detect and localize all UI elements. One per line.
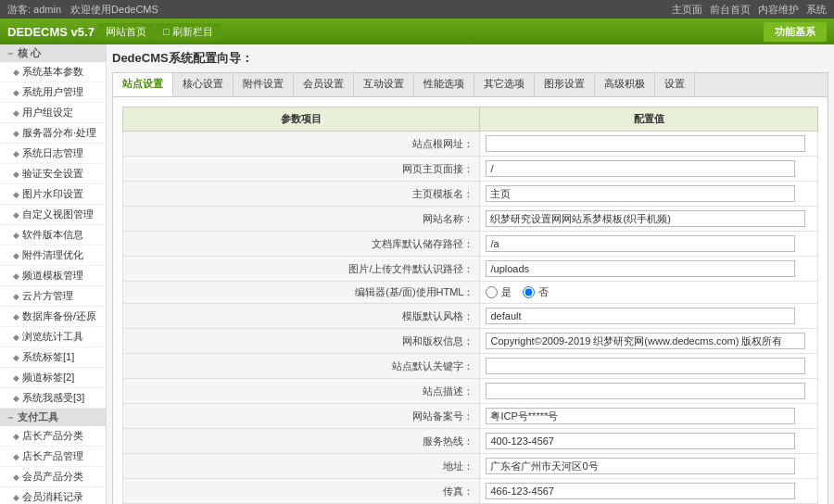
form-container: 参数项目 配置值 站点根网址： 网页主页面接： 主页模板名： <box>112 96 828 504</box>
sidebar-item-basic[interactable]: ◆系统基本参数 <box>0 62 106 82</box>
tab-performance-settings[interactable]: 性能选项 <box>414 73 474 96</box>
sidebar-item-product-cat[interactable]: ◆店长产品分类 <box>0 426 106 447</box>
input-keywords[interactable] <box>486 358 804 374</box>
tab-other-settings[interactable]: 其它选项 <box>474 73 535 96</box>
label-copyright: 网和版权信息： <box>123 329 480 354</box>
sidebar-item-attachment[interactable]: ◆附件清理优化 <box>0 246 106 266</box>
nav-refresh[interactable]: □ 刷新栏目 <box>156 23 221 41</box>
tab-member-settings[interactable]: 会员设置 <box>294 73 354 96</box>
sidebar-item-watermark[interactable]: ◆图片水印设置 <box>0 184 106 205</box>
sidebar-item-tag2[interactable]: ◆频道标签[2] <box>0 368 106 388</box>
nav-home[interactable]: 网站首页 <box>98 23 154 41</box>
sidebar-item-template[interactable]: ◆频道模板管理 <box>0 266 106 286</box>
value-fax <box>480 479 818 504</box>
tab-site-settings[interactable]: 站点设置 <box>113 73 173 96</box>
arrow-icon20: ◆ <box>13 472 19 482</box>
radio-no-label[interactable]: 否 <box>523 285 549 299</box>
input-homepage-tpl[interactable] <box>486 185 795 202</box>
tab-interact-settings[interactable]: 互动设置 <box>354 73 414 96</box>
sidebar-section-payment[interactable]: － 支付工具 <box>0 409 106 426</box>
sidebar-section-core[interactable]: － 核 心 <box>0 44 106 62</box>
header-logo: DEDECMS v5.7 <box>7 25 95 39</box>
table-row: 网站名称： <box>123 207 818 232</box>
value-copyright <box>480 329 818 354</box>
arrow-icon4: ◆ <box>13 129 19 138</box>
collapse-icon: － <box>6 47 15 60</box>
tab-core-settings[interactable]: 核心设置 <box>173 73 234 96</box>
radio-yes[interactable] <box>486 286 498 298</box>
value-tpl-style <box>480 304 818 329</box>
table-row: 网页主页面接： <box>123 157 818 182</box>
table-row: 编辑器(基/面)使用HTML： 是 否 <box>123 282 818 304</box>
sidebar: － 核 心 ◆系统基本参数 ◆系统用户管理 ◆用户组设定 ◆服务器分布·处理 ◆… <box>0 44 107 504</box>
sidebar-core-label: 核 <box>18 46 28 60</box>
tab-image-settings[interactable]: 图形设置 <box>535 73 595 96</box>
top-link-system[interactable]: 系统 <box>806 3 827 17</box>
arrow-icon19: ◆ <box>13 452 19 461</box>
value-homepage-url <box>480 157 818 182</box>
input-fax[interactable] <box>486 483 795 499</box>
input-doc-path[interactable] <box>486 235 795 252</box>
value-keywords <box>480 354 818 379</box>
tab-attachment-settings[interactable]: 附件设置 <box>234 73 294 96</box>
sidebar-item-member-consume[interactable]: ◆会员消耗记录 <box>0 487 106 504</box>
label-site-name: 网站名称： <box>123 207 480 232</box>
input-upload-path[interactable] <box>486 260 795 277</box>
input-description[interactable] <box>486 383 804 399</box>
sidebar-item-users[interactable]: ◆系统用户管理 <box>0 82 106 103</box>
input-tpl-style[interactable] <box>486 308 795 324</box>
sidebar-item-custom[interactable]: ◆自定义视图管理 <box>0 205 106 225</box>
label-homepage-url: 网页主页面接： <box>123 157 480 182</box>
tab-settings[interactable]: 设置 <box>655 73 695 96</box>
sidebar-item-product-mgr[interactable]: ◆店长产品管理 <box>0 447 106 467</box>
top-link-content[interactable]: 内容维护 <box>758 3 799 17</box>
sidebar-item-service[interactable]: ◆服务器分布·处理 <box>0 123 106 144</box>
table-row: 文档库默认储存路径： <box>123 232 818 257</box>
sidebar-item-log[interactable]: ◆系统日志管理 <box>0 144 106 164</box>
value-doc-path <box>480 232 818 257</box>
label-hotline: 服务热线： <box>123 429 480 454</box>
sidebar-payment-label: 支付工具 <box>18 410 58 424</box>
arrow-icon2: ◆ <box>13 88 19 97</box>
top-bar: 游客: admin 欢迎使用DedeCMS 主页面 前台首页 内容维护 系统 <box>0 0 834 19</box>
arrow-icon15: ◆ <box>13 353 19 362</box>
label-homepage-tpl: 主页模板名： <box>123 182 480 207</box>
arrow-icon3: ◆ <box>13 108 19 118</box>
top-bar-right: 主页面 前台首页 内容维护 系统 <box>672 3 827 17</box>
sidebar-item-cloud[interactable]: ◆云片方管理 <box>0 286 106 307</box>
arrow-icon21: ◆ <box>13 493 19 502</box>
input-site-url[interactable] <box>486 135 804 152</box>
sidebar-item-tag3[interactable]: ◆系统我感受[3] <box>0 388 106 409</box>
col-header-value: 配置值 <box>480 107 818 132</box>
col-header-param: 参数项目 <box>123 107 480 132</box>
input-address[interactable] <box>486 458 795 474</box>
input-hotline[interactable] <box>486 433 795 449</box>
sidebar-item-tag1[interactable]: ◆系统标签[1] <box>0 347 106 368</box>
input-homepage-url[interactable] <box>486 160 795 177</box>
value-icp <box>480 404 818 429</box>
table-row: 站点描述： <box>123 379 818 404</box>
radio-yes-label[interactable]: 是 <box>486 285 512 299</box>
top-link-home[interactable]: 主页面 <box>672 3 702 17</box>
input-icp[interactable] <box>486 408 795 424</box>
sidebar-item-member-cat[interactable]: ◆会员产品分类 <box>0 467 106 487</box>
arrow-icon12: ◆ <box>13 292 19 301</box>
top-link-front[interactable]: 前台首页 <box>710 3 751 17</box>
arrow-icon17: ◆ <box>13 394 19 403</box>
input-copyright[interactable] <box>486 333 804 349</box>
label-keywords: 站点默认关键字： <box>123 354 480 379</box>
sidebar-item-backup[interactable]: ◆数据库备份/还原 <box>0 307 106 327</box>
content-area: DedeCMS系统配置向导： 站点设置 核心设置 附件设置 会员设置 互动设置 … <box>107 44 834 504</box>
func-base-button[interactable]: 功能基系 <box>764 22 827 42</box>
table-row: 图片/上传文件默认识路径： <box>123 257 818 282</box>
radio-no[interactable] <box>523 286 535 298</box>
sidebar-item-version[interactable]: ◆软件版本信息 <box>0 225 106 246</box>
radio-group-editor: 是 否 <box>486 285 812 299</box>
label-editor-html: 编辑器(基/面)使用HTML： <box>123 282 480 304</box>
input-site-name[interactable] <box>486 210 804 227</box>
sidebar-item-security[interactable]: ◆验证安全设置 <box>0 164 106 184</box>
sidebar-item-usergroup[interactable]: ◆用户组设定 <box>0 103 106 123</box>
sidebar-item-stats[interactable]: ◆浏览统计工具 <box>0 327 106 347</box>
table-row: 主页模板名： <box>123 182 818 207</box>
tab-advanced-settings[interactable]: 高级积极 <box>595 73 655 96</box>
